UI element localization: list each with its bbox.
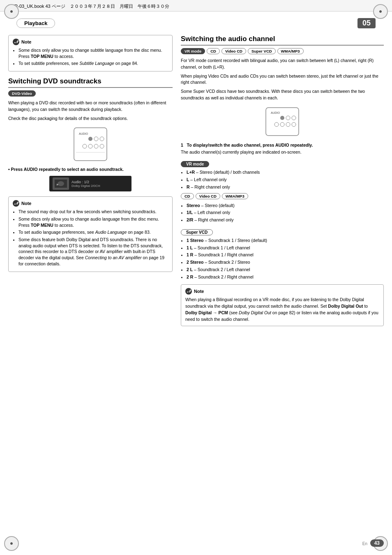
page: DVR-03_UK.book 43 ページ ２００３年７月２８日 月曜日 午後６… [0,0,392,555]
dvd-badge-row: DVD-Video [8,90,173,97]
right-column: Switching the audio channel VR mode CD V… [181,35,384,332]
svg-point-5 [83,144,87,148]
svcd-item-6: 2 R – Soundtrack 2 / Right channel [187,274,384,281]
cd-item-2: 1/L – Left channel only [187,210,384,216]
audio-badge-row: VR mode CD Video CD Super VCD WMA/MP3 [181,48,384,54]
svcd-item-1: 1 Stereo – Soundtrack 1 / Stereo (defaul… [187,237,384,244]
dvd-video-badge: DVD-Video [8,90,36,97]
cd-section: CD Video CD WMA/MP3 Stereo – Stereo (def… [181,193,384,223]
dvd-body2: Check the disc packaging for details of … [8,115,173,122]
note2-item-4: Some discs feature both Dolby Digital an… [18,237,168,267]
osd-dvd: ▶ Audio : 1/2 Dolby Digital 2/0CH [49,176,131,191]
file-info-bar: DVR-03_UK.book 43 ページ ２００３年７月２８日 月曜日 午後６… [0,0,392,12]
vr-mode-list: L+R – Stereo (default) / both channels L… [181,169,384,190]
remote-image-dvd: AUDIO [8,126,173,163]
svg-point-6 [88,144,92,148]
page-header: Playback 05 [8,16,384,31]
section-tab: Playback [16,18,55,28]
cd-item-3: 2/R – Right channel only [187,217,384,223]
super-vcd-label: Super VCD [181,229,213,235]
note-title-3: 𝒩 Note [185,288,379,295]
dvd-body1: When playing a DVD disc recorded with tw… [8,100,173,113]
num-instruction: 1 To display/switch the audio channel, p… [181,143,384,147]
osd-thumbnail: ▶ [53,177,69,190]
badge-video-cd: Video CD [221,48,246,54]
note-icon-1: 𝒩 [13,39,19,45]
svcd-item-2: 1 L – Soundtrack 1 / Left channel [187,245,384,251]
svg-text:AUDIO: AUDIO [271,111,280,114]
svg-point-21 [292,122,296,127]
chapter-number: 05 [357,18,376,28]
remote-svg-dvd: AUDIO [62,126,119,163]
osd-audio-format: Dolby Digital 2/0CH [71,184,100,188]
press-instruction: • Press AUDIO repeatedly to select an au… [8,167,173,172]
svg-point-16 [286,116,290,120]
svg-point-2 [88,137,92,141]
corner-decoration-tl [4,4,19,19]
osd-info: Audio : 1/2 Dolby Digital 2/0CH [71,180,100,188]
page-number: 43 [370,539,384,547]
content-area: 𝒩 Note Some discs only allow you to chan… [0,31,392,336]
vr-mode-label: VR mode [181,161,209,167]
note-box-3: 𝒩 Note When playing a Bilingual recordin… [181,284,384,326]
osd-audio-label: Audio : 1/2 [71,180,100,184]
audio-body1: For VR mode content recorded with biling… [181,58,384,71]
svg-point-7 [94,144,98,148]
badge-wma-mp3: WMA/MP3 [277,48,304,54]
svg-text:AUDIO: AUDIO [79,132,88,135]
note1-item-2: To set subtitle preferences, see Subtitl… [18,60,168,67]
corner-decoration-tr [373,4,388,19]
thumbnail-svg: ▶ [55,180,67,188]
note-title-2: 𝒩 Note [13,200,168,207]
wma-mp3-badge2: WMA/MP3 [222,193,248,199]
page-en-label: En [362,541,367,546]
svg-point-3 [94,137,98,141]
svg-point-15 [280,116,284,120]
svcd-item-3: 1 R – Soundtrack 1 / Right channel [187,252,384,258]
corner-decoration-bl [4,536,19,551]
svcd-item-4: 2 Stereo – Soundtrack 2 / Stereo [187,259,384,266]
badge-cd: CD [207,48,220,54]
cd-item-1: Stereo – Stereo (default) [187,203,384,209]
vr-mode-section: VR mode L+R – Stereo (default) / both ch… [181,158,384,190]
svg-point-4 [100,137,104,141]
remote-image-audio: AUDIO [181,106,384,138]
instruction-body: The audio channel(s) currently playing a… [181,149,384,156]
note-box-1: 𝒩 Note Some discs only allow you to chan… [8,35,173,71]
badge-super-vcd: Super VCD [248,48,276,54]
vr-item-1: L+R – Stereo (default) / both channels [187,169,384,176]
audio-channel-title: Switching the audio channel [181,35,384,46]
vr-item-3: R – Right channel only [187,184,384,191]
left-column: 𝒩 Note Some discs only allow you to chan… [8,35,173,332]
note-body-1: Some discs only allow you to change subt… [13,47,168,67]
note1-item-1: Some discs only allow you to change subt… [18,47,168,59]
svg-point-20 [286,122,290,127]
note-body-3: When playing a Bilingual recording on a … [185,297,379,322]
cd-badge: CD [181,193,194,199]
note3-text: When playing a Bilingual recording on a … [185,297,379,322]
svg-point-19 [280,122,284,127]
file-info-text: DVR-03_UK.book 43 ページ ２００３年７月２８日 月曜日 午後６… [8,3,169,9]
note-icon-2: 𝒩 [13,200,19,207]
osd-dvd-container: ▶ Audio : 1/2 Dolby Digital 2/0CH [8,176,173,191]
cd-list: Stereo – Stereo (default) 1/L – Left cha… [181,203,384,223]
note-body-2: The sound may drop out for a few seconds… [13,209,168,267]
badge-vr-mode: VR mode [181,48,205,54]
note-title-1: 𝒩 Note [13,39,168,45]
audio-body3: Some Super VCD discs have two soundtrack… [181,88,384,101]
video-cd-badge2: Video CD [196,193,220,199]
note2-item-3: To set audio language preferences, see A… [18,229,168,235]
svg-text:▶: ▶ [57,183,59,186]
svg-point-8 [100,144,104,148]
super-vcd-list: 1 Stereo – Soundtrack 1 / Stereo (defaul… [181,237,384,281]
super-vcd-section: Super VCD 1 Stereo – Soundtrack 1 / Ster… [181,226,384,281]
remote-svg-audio: AUDIO [254,106,311,138]
note2-item-2: Some discs only allow you to change audi… [18,216,168,228]
svcd-item-5: 2 L – Soundtrack 2 / Left channel [187,267,384,273]
vr-item-2: L – Left channel only [187,177,384,183]
svg-point-18 [274,122,279,127]
note-box-2: 𝒩 Note The sound may drop out for a few … [8,196,173,272]
cd-badge-row: CD Video CD WMA/MP3 [181,193,384,199]
audio-body2: When playing Video CDs and audio CDs you… [181,73,384,86]
svg-point-17 [292,116,296,120]
